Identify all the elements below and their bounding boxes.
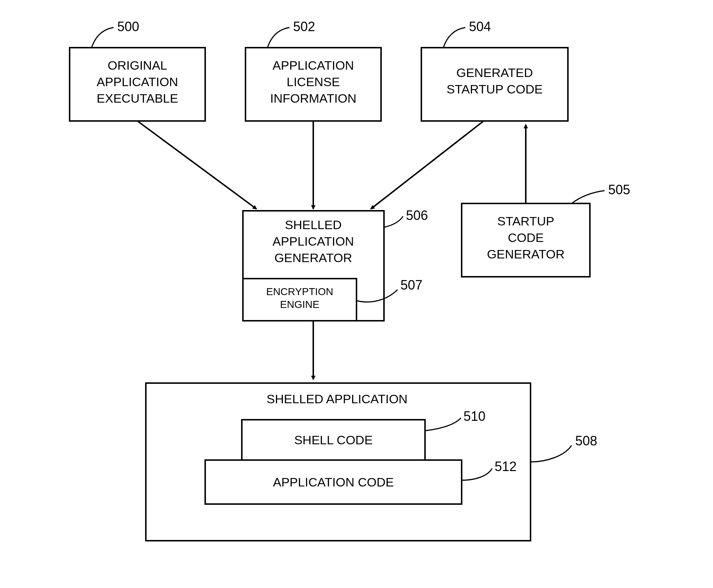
text-line: SHELLED <box>285 218 342 232</box>
text-line: STARTUP CODE <box>447 82 543 96</box>
text-line: ENGINE <box>280 299 319 310</box>
arrow-504-to-506 <box>371 121 484 209</box>
box-generated-startup-code: GENERATED STARTUP CODE <box>421 48 568 121</box>
text-line: SHELL CODE <box>294 433 373 447</box>
text-line: ORIGINAL <box>108 58 167 72</box>
lead-504 <box>443 27 465 48</box>
text-line: APPLICATION <box>273 234 354 248</box>
text-line: APPLICATION <box>97 75 178 89</box>
box-encryption-engine: ENCRYPTION ENGINE <box>243 279 356 321</box>
text-line: ENCRYPTION <box>266 286 333 297</box>
ref-508: 508 <box>575 433 597 448</box>
box-original-application-executable: ORIGINAL APPLICATION EXECUTABLE <box>70 48 205 121</box>
text-line: STARTUP <box>497 214 554 228</box>
text-line: APPLICATION CODE <box>273 475 394 489</box>
ref-512: 512 <box>495 459 517 474</box>
ref-510: 510 <box>463 409 485 424</box>
ref-507: 507 <box>400 278 422 293</box>
ref-500: 500 <box>117 19 139 34</box>
lead-505 <box>572 191 605 203</box>
box-startup-code-generator: STARTUP CODE GENERATOR <box>462 203 590 277</box>
box-application-code: APPLICATION CODE <box>205 460 462 504</box>
box-shell-code: SHELL CODE <box>242 420 425 460</box>
ref-506: 506 <box>406 208 428 223</box>
text-line: GENERATOR <box>487 247 565 261</box>
ref-505: 505 <box>608 182 630 197</box>
text-line: CODE <box>508 231 544 245</box>
ref-502: 502 <box>293 19 315 34</box>
text-line: GENERATED <box>456 66 533 80</box>
text-line: APPLICATION <box>273 58 354 72</box>
text-line: SHELLED APPLICATION <box>267 392 408 406</box>
box-application-license-information: APPLICATION LICENSE INFORMATION <box>245 48 381 121</box>
text-line: INFORMATION <box>270 91 356 105</box>
text-line: GENERATOR <box>274 251 352 265</box>
lead-506 <box>384 216 403 227</box>
arrow-500-to-506 <box>137 121 256 209</box>
text-line: EXECUTABLE <box>97 91 178 105</box>
lead-500 <box>92 27 114 48</box>
ref-504: 504 <box>469 19 491 34</box>
lead-508 <box>531 445 572 462</box>
text-line: LICENSE <box>287 75 340 89</box>
lead-502 <box>267 27 289 48</box>
diagram-canvas: ORIGINAL APPLICATION EXECUTABLE 500 APPL… <box>0 0 713 588</box>
